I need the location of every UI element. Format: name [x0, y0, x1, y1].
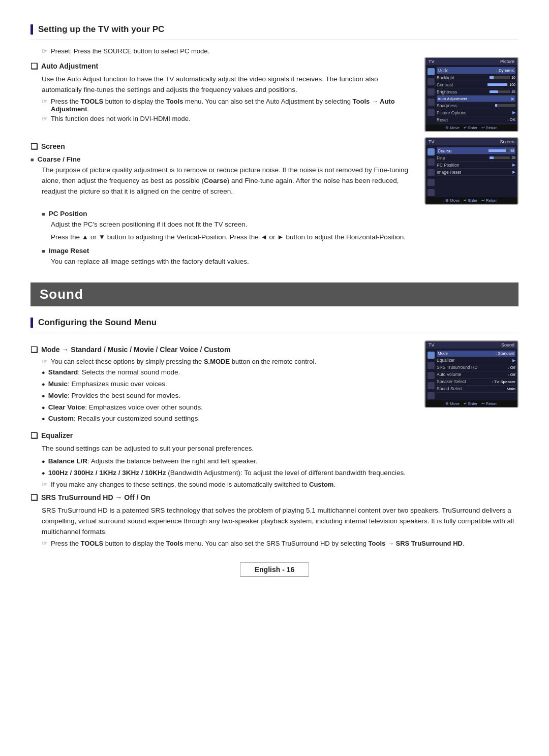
auto-adjustment-note1: ☞ Press the TOOLS button to display the …: [30, 98, 412, 113]
srs-body: SRS TruSurround HD is a patented SRS tec…: [30, 506, 518, 538]
tv-screen-row-fine: Fine 25: [437, 154, 515, 162]
sound-mode-bullet-2: Music: Emphasizes music over voices.: [42, 379, 412, 390]
equalizer-bullet-1: Balance L/R: Adjusts the balance between…: [42, 456, 518, 467]
note-icon-smode: ☞: [42, 358, 48, 365]
tv-sound-title-right: Sound: [501, 342, 514, 348]
tv-sound-row-srs: SRS Trusurround HD : Off: [437, 364, 515, 371]
coarse-fine-body: The purpose of picture quality adjustmen…: [30, 165, 412, 197]
preset-note: ☞ Preset: Press the SOURCE button to sel…: [30, 47, 518, 55]
tv-screen-row-image-reset: Image Reset ▶: [437, 169, 515, 176]
tv-row-contrast: Contrast 100: [437, 81, 515, 88]
tv-sound-row-auto-volume: Auto Volume : Off: [437, 371, 515, 379]
sound-config-heading: Configuring the Sound Menu: [30, 318, 518, 328]
sound-mode-heading: Mode → Standard / Music / Movie / Clear …: [30, 345, 412, 355]
sound-mode-bullets: Standard: Selects the normal sound mode.…: [30, 367, 412, 425]
sound-section-bar: Sound: [30, 282, 518, 306]
tv-sound-icon-5: [428, 392, 435, 399]
tv-screen-title-left: TV: [429, 139, 435, 144]
sound-mode-note: ☞ You can select these options by simply…: [30, 358, 412, 365]
tv-sound-icon-2: [428, 362, 435, 369]
tv-sound-row-sound-select: Sound Select Main: [437, 386, 515, 393]
sound-mode-bullet-3: Movie: Provides the best sound for movie…: [42, 391, 412, 401]
auto-adjustment-body: Use the Auto Adjust function to have the…: [30, 74, 412, 96]
tv-screen-footer: ⊕ Move ↵ Enter ↩ Return: [425, 197, 517, 204]
auto-adjustment-note2: ☞ This function does not work in DVI-HDM…: [30, 115, 412, 122]
equalizer-note: ☞ If you make any changes to these setti…: [30, 481, 518, 488]
tv-screen-row-coarse: Coarse 88: [437, 147, 515, 154]
tv-row-reset: Reset : OK: [437, 116, 515, 123]
tv-row-backlight: Backlight 10: [437, 74, 515, 81]
footer-label: English - 16: [255, 565, 295, 574]
equalizer-bullet-2: 100Hz / 300Hz / 1KHz / 3KHz / 10KHz (Ban…: [42, 468, 518, 479]
page-footer: English - 16: [240, 562, 310, 577]
pc-position-heading: PC Position: [30, 210, 518, 217]
sound-mode-bullet-5: Custom: Recalls your customized sound se…: [42, 414, 412, 424]
tv-sound-icon-1: [428, 352, 435, 359]
equalizer-bullets: Balance L/R: Adjusts the balance between…: [30, 456, 518, 479]
tv-screen-icon-3: [428, 169, 435, 176]
pc-position-body2: Press the ▲ or ▼ button to adjusting the…: [30, 232, 518, 243]
note-icon-1: ☞: [42, 98, 48, 105]
tv-sidebar-icon-3: [428, 88, 435, 96]
tv-sidebar-icon-1: [428, 68, 435, 75]
tv-sound-row-speaker-select: Speaker Select : TV Speaker: [437, 379, 515, 386]
tv-screen-mockup: TV Screen Coarse 88: [424, 137, 518, 205]
tv-row-picture-options: Picture Options ▶: [437, 109, 515, 116]
note-icon-2: ☞: [42, 115, 48, 122]
sound-mode-bullet-4: Clear Voice: Emphasizes voice over other…: [42, 402, 412, 413]
tv-screen-content: Coarse 88 Fine 25 PC P: [437, 147, 515, 196]
tv-sound-footer: ⊕ Move ↵ Enter ↩ Return: [425, 400, 517, 407]
note-icon-equalizer: ☞: [42, 481, 48, 488]
equalizer-heading: Equalizer: [30, 431, 518, 440]
note-icon-srs: ☞: [42, 540, 48, 547]
tv-sound-row-mode: Mode : Standard: [437, 351, 515, 357]
tv-picture-title-left: TV: [429, 59, 435, 64]
tv-picture-footer: ⊕ Move ↵ Enter ↩ Return: [425, 124, 517, 131]
tv-row-auto-adjust: Auto Adjustment ▶: [437, 96, 515, 102]
equalizer-body: The sound settings can be adjusted to su…: [30, 444, 518, 454]
pc-position-body1: Adjust the PC's screen positioning if it…: [30, 219, 518, 230]
tv-sound-icon-4: [428, 382, 435, 389]
tv-sidebar-icon-2: [428, 78, 435, 85]
tv-screen-row-pc-position: PC Position ▶: [437, 162, 515, 169]
tv-picture-title-right: Picture: [500, 59, 514, 64]
tv-picture-mockup: TV Picture Mode : Dynamic B: [424, 57, 518, 132]
tv-sidebar-icon-5: [428, 109, 435, 116]
tv-screen-icon-2: [428, 159, 435, 166]
tv-sound-mockup: TV Sound Mode : Standard Eq: [424, 340, 518, 408]
tv-sound-row-equalizer: Equalizer ▶: [437, 357, 515, 364]
auto-adjustment-heading: Auto Adjustment: [30, 62, 412, 71]
image-reset-body: You can replace all image settings with …: [30, 257, 518, 267]
tv-screen-icon-5: [428, 189, 435, 196]
note-icon-preset: ☞: [42, 47, 48, 55]
tv-screen-icon-1: [428, 148, 435, 155]
tv-picture-content: Mode : Dynamic Backlight 10 Contrast: [437, 67, 515, 123]
tv-sound-title-left: TV: [429, 342, 435, 348]
tv-sound-icon-3: [428, 372, 435, 379]
sound-mode-bullet-1: Standard: Selects the normal sound mode.: [42, 367, 412, 378]
pc-section-heading: Setting up the TV with your PC: [30, 24, 518, 35]
tv-sidebar-icon-4: [428, 99, 435, 106]
page-footer-wrap: English - 16: [30, 562, 518, 577]
srs-heading: SRS TruSurround HD → Off / On: [30, 493, 518, 502]
tv-screen-title-right: Screen: [500, 139, 514, 144]
tv-row-brightness: Brightness 45: [437, 88, 515, 96]
tv-row-mode: Mode : Dynamic: [437, 67, 515, 74]
screen-heading: Screen: [30, 142, 412, 151]
coarse-fine-heading: Coarse / Fine: [30, 155, 412, 163]
tv-sound-content: Mode : Standard Equalizer ▶ SRS Trusurro…: [437, 351, 515, 399]
srs-note: ☞ Press the TOOLS button to display the …: [30, 540, 518, 547]
tv-row-sharpness: Sharpness: [437, 102, 515, 109]
image-reset-heading: Image Reset: [30, 247, 518, 255]
tv-screen-icon-4: [428, 179, 435, 186]
